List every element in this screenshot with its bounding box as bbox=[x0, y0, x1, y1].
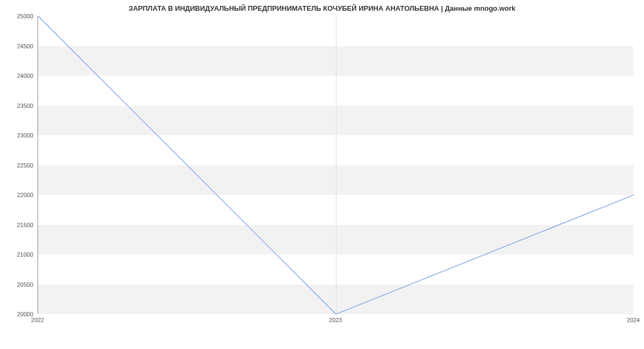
data-line bbox=[38, 16, 634, 314]
y-tick-label: 21000 bbox=[6, 251, 33, 258]
y-tick-label: 24000 bbox=[6, 72, 33, 79]
y-tick-label: 21500 bbox=[6, 222, 33, 228]
y-tick-label: 20000 bbox=[6, 311, 33, 317]
x-tick-label: 2024 bbox=[627, 317, 640, 323]
chart-title: ЗАРПЛАТА В ИНДИВИДУАЛЬНЫЙ ПРЕДПРИНИМАТЕЛ… bbox=[0, 0, 644, 12]
plot-area bbox=[38, 16, 633, 314]
y-tick-label: 24500 bbox=[6, 43, 33, 49]
y-tick-label: 20500 bbox=[6, 281, 33, 288]
y-tick-label: 25000 bbox=[6, 13, 33, 19]
y-tick-label: 22000 bbox=[6, 192, 33, 198]
y-tick-label: 23000 bbox=[6, 132, 33, 139]
y-tick-label: 23500 bbox=[6, 103, 33, 109]
line-layer bbox=[38, 16, 634, 314]
x-tick-label: 2022 bbox=[31, 317, 44, 323]
x-tick-label: 2023 bbox=[329, 317, 342, 323]
y-tick-label: 22500 bbox=[6, 162, 33, 169]
chart-container: 2000020500210002150022000225002300023500… bbox=[38, 16, 633, 322]
